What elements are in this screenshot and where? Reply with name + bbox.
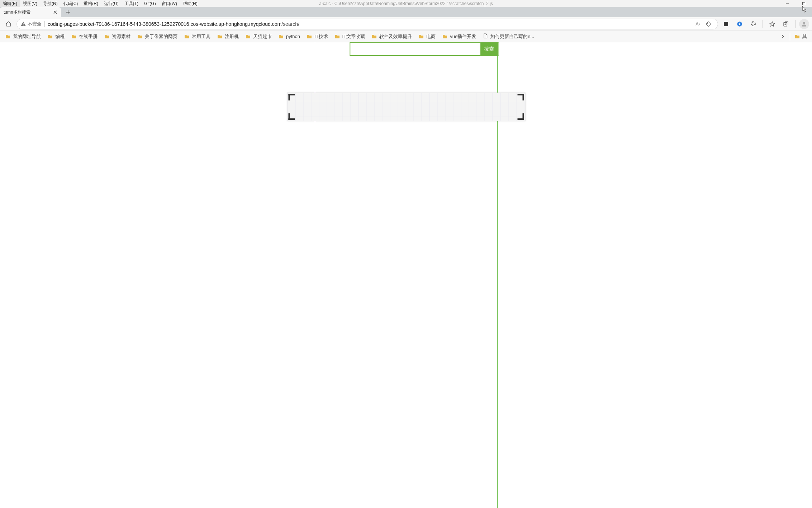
bookmark-label: 关于像素的网页	[145, 33, 177, 40]
bookmark-label: 我的网址导航	[13, 33, 41, 40]
bookmark-label: 注册机	[225, 33, 239, 40]
folder-icon	[137, 34, 143, 39]
menu-code[interactable]: 代码(C)	[61, 0, 81, 7]
folder-icon	[217, 34, 223, 39]
bookmark-label: 电商	[426, 33, 436, 40]
bookmarks-overflow-button[interactable]	[777, 31, 788, 42]
bookmark-item[interactable]: IT技术	[304, 32, 331, 41]
menu-tools[interactable]: 工具(T)	[122, 0, 141, 7]
tag-icon	[706, 21, 711, 27]
menu-view[interactable]: 视图(V)	[20, 0, 40, 7]
folder-icon	[71, 34, 77, 39]
menu-navigate[interactable]: 导航(N)	[40, 0, 61, 7]
bookmark-item[interactable]: 关于像素的网页	[134, 32, 180, 41]
folder-icon	[245, 34, 251, 39]
folder-icon	[47, 34, 53, 39]
security-indicator[interactable]: 不安全	[20, 21, 42, 27]
home-button[interactable]	[3, 18, 14, 30]
image-placeholder	[287, 93, 525, 121]
bookmark-label: 资源素材	[112, 33, 130, 40]
bookmark-label: 在线手册	[79, 33, 98, 40]
svg-rect-7	[23, 25, 23, 25]
search-input[interactable]	[350, 42, 480, 56]
read-aloud-button[interactable]: A»	[694, 18, 702, 30]
folder-icon	[418, 34, 424, 39]
menu-run[interactable]: 运行(U)	[101, 0, 122, 7]
address-actions: A»	[694, 18, 714, 30]
puzzle-icon	[723, 21, 729, 27]
bookmark-item-overflow[interactable]: 其	[792, 32, 810, 41]
bookmark-label: python	[286, 34, 300, 39]
bookmark-item[interactable]: 常用工具	[181, 32, 213, 41]
collections-icon	[783, 21, 789, 27]
ide-window-title: a-calc - C:\Users\czh\AppData\Roaming\Je…	[319, 1, 493, 6]
svg-point-8	[707, 23, 708, 23]
bookmark-label: 天猫超市	[253, 33, 272, 40]
bookmark-item[interactable]: 编程	[44, 32, 67, 41]
search-button[interactable]: 搜索	[480, 42, 498, 56]
menu-edit[interactable]: 编辑(E)	[0, 0, 20, 7]
bookmark-item[interactable]: 注册机	[214, 32, 242, 41]
bookmark-item[interactable]: 我的网址导航	[2, 32, 44, 41]
bookmark-item[interactable]: vue插件开发	[439, 32, 479, 41]
browser-tabstrip: tumn多栏搜索	[0, 7, 812, 17]
url-path: /search/	[281, 21, 299, 27]
window-maximize-button[interactable]	[796, 0, 812, 7]
bookmark-item[interactable]: 天猫超市	[242, 32, 275, 41]
security-label: 不安全	[28, 21, 42, 27]
url-host: coding-pages-bucket-79186-167164-5443-38…	[48, 21, 281, 27]
bookmark-label: 软件及效率提升	[379, 33, 412, 40]
bookmark-label: IT技术	[314, 33, 328, 40]
menu-refactor[interactable]: 重构(R)	[81, 0, 101, 7]
warning-icon	[20, 21, 26, 27]
home-icon	[5, 21, 12, 27]
bookmark-item[interactable]: 软件及效率提升	[369, 32, 415, 41]
bookmark-label: IT文章收藏	[342, 33, 365, 40]
folder-icon	[184, 34, 190, 39]
tab-title: tumn多栏搜索	[4, 9, 30, 15]
extensions-icon	[750, 21, 756, 27]
url-text[interactable]: coding-pages-bucket-79186-167164-5443-38…	[48, 21, 691, 27]
bookmark-label: 其	[802, 33, 807, 40]
bookmark-item[interactable]: IT文章收藏	[332, 32, 368, 41]
menu-window[interactable]: 窗口(W)	[159, 0, 180, 7]
bookmark-item[interactable]: 电商	[416, 32, 438, 41]
bookmark-item[interactable]: 资源素材	[101, 32, 133, 41]
shopping-button[interactable]	[703, 18, 714, 30]
bookmark-item[interactable]: 在线手册	[68, 32, 100, 41]
window-minimize-button[interactable]	[779, 0, 796, 7]
address-bar[interactable]: 不安全 coding-pages-bucket-79186-167164-544…	[16, 19, 718, 29]
menu-help[interactable]: 帮助(H)	[180, 0, 200, 7]
bookmark-item[interactable]: 如何更新自己写的n...	[480, 32, 537, 41]
extension-button-1[interactable]	[720, 18, 732, 30]
folder-icon	[442, 34, 448, 39]
browser-toolbar: 不安全 coding-pages-bucket-79186-167164-544…	[0, 17, 812, 31]
tab-close-button[interactable]	[52, 9, 58, 15]
bookmark-label: 如何更新自己写的n...	[490, 33, 534, 40]
extensions-menu-button[interactable]	[747, 18, 759, 30]
chevron-right-icon	[780, 34, 785, 39]
svg-rect-1	[803, 3, 805, 5]
folder-icon	[334, 34, 340, 39]
folder-icon	[5, 34, 11, 39]
profile-button[interactable]	[799, 19, 809, 29]
favorites-button[interactable]	[766, 18, 778, 30]
folder-icon	[104, 34, 110, 39]
separator	[790, 33, 790, 41]
extension-button-2[interactable]	[734, 18, 745, 30]
new-tab-button[interactable]	[63, 7, 73, 17]
ide-menubar: 编辑(E) 视图(V) 导航(N) 代码(C) 重构(R) 运行(U) 工具(T…	[0, 0, 812, 7]
menu-git[interactable]: Git(G)	[141, 0, 159, 7]
collections-button[interactable]	[780, 18, 792, 30]
page-icon	[483, 33, 488, 40]
bookmarks-bar: 我的网址导航 编程 在线手册 资源素材 关于像素的网页 常用工具 注册机 天猫超…	[0, 31, 812, 42]
folder-icon	[371, 34, 377, 39]
person-icon	[801, 21, 807, 27]
search-bar: 搜索	[350, 42, 498, 56]
browser-tab[interactable]: tumn多栏搜索	[0, 7, 61, 17]
separator	[44, 21, 45, 27]
bookmark-item[interactable]: python	[275, 32, 303, 41]
separator	[795, 20, 796, 28]
star-icon	[769, 21, 775, 27]
crop-corner-icon	[288, 94, 295, 100]
